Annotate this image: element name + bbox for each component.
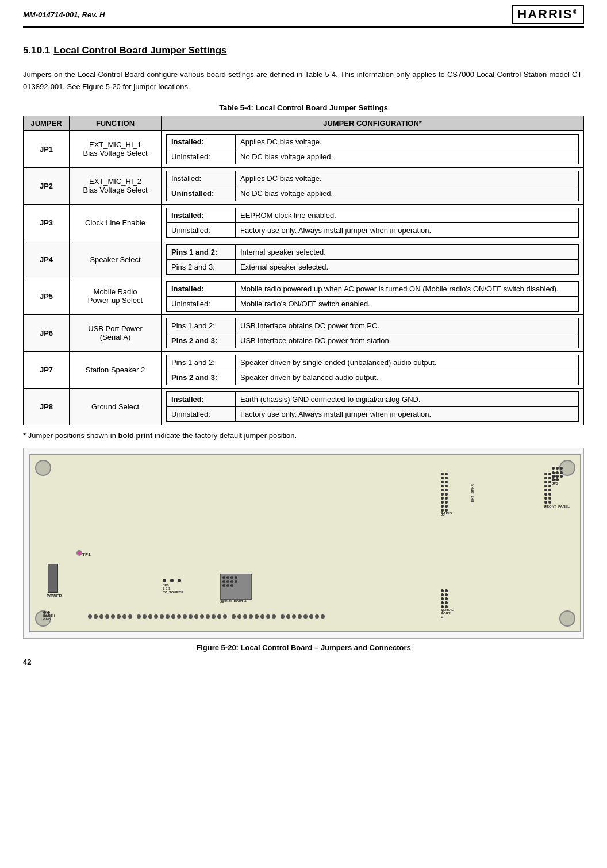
- table-row-config: Pins 1 and 2:Internal speaker selected.P…: [162, 241, 584, 278]
- table-row-function: Mobile Radio Power-up Select: [70, 278, 162, 314]
- config-label: Installed:: [171, 395, 204, 404]
- table-row-function: USB Port Power (Serial A): [70, 314, 162, 351]
- table-row-config: Installed:Earth (chassis) GND connected …: [162, 388, 584, 425]
- table-title: Table 5-4: Local Control Board Jumper Se…: [23, 103, 584, 112]
- page-number: 42: [23, 658, 584, 666]
- table-row-function: EXT_MIC_HI_1 Bias Voltage Select: [70, 130, 162, 167]
- config-label: Installed:: [171, 211, 204, 220]
- config-text: Factory use only. Always install jumper …: [236, 222, 579, 237]
- table-row-jumper: JP3: [24, 204, 70, 241]
- table-row-config: Installed:Applies DC bias voltage.Uninst…: [162, 167, 584, 204]
- config-label: Pins 2 and 3:: [171, 263, 215, 271]
- power-area: POWER: [48, 564, 63, 597]
- config-text: USB interface obtains DC power from PC.: [236, 318, 579, 333]
- config-label: Uninstalled:: [171, 226, 210, 235]
- table-row-function: Speaker Select: [70, 241, 162, 278]
- col-header-jumper: JUMPER: [24, 116, 70, 130]
- config-text: Internal speaker selected.: [236, 244, 579, 259]
- section-heading: 5.10.1 Local Control Board Jumper Settin…: [23, 39, 584, 63]
- intro-paragraph: Jumpers on the Local Control Board confi…: [23, 69, 584, 93]
- config-label: Pins 2 and 3:: [171, 373, 217, 382]
- table-row-function: Station Speaker 2: [70, 351, 162, 388]
- j2-area: J2 SERIAL PORT A: [220, 574, 252, 600]
- front-panel-area: J8 FRONT_PANEL: [544, 473, 551, 505]
- mount-hole-tl: [35, 460, 51, 476]
- figure-container: POWER JP8 EARTH GND TP1: [23, 448, 584, 639]
- config-label: Uninstalled:: [171, 189, 214, 198]
- table-row-jumper: JP6: [24, 314, 70, 351]
- tp1: [76, 550, 82, 556]
- config-label: Installed:: [171, 137, 204, 146]
- config-text: Mobile radio powered up when AC power is…: [236, 281, 579, 296]
- table-row-function: Clock Line Enable: [70, 204, 162, 241]
- config-text: Factory use only. Always install jumper …: [236, 406, 579, 421]
- config-text: Applies DC bias voltage.: [236, 171, 579, 186]
- pcb-board: POWER JP8 EARTH GND TP1: [29, 454, 581, 632]
- table-row-jumper: JP1: [24, 130, 70, 167]
- config-text: Speaker driven by balanced audio output.: [236, 370, 579, 385]
- page: MM-014714-001, Rev. H HARRIS® 5.10.1 Loc…: [0, 0, 607, 689]
- config-label: Pins 1 and 2:: [171, 248, 217, 256]
- table-row-config: Pins 1 and 2:USB interface obtains DC po…: [162, 314, 584, 351]
- table-footnote: * Jumper positions shown in bold print i…: [23, 431, 584, 440]
- j3-area: J3 RADIO: [441, 473, 448, 512]
- j1-area: J1 SERIAL PORT B: [441, 589, 448, 608]
- mount-hole-br: [559, 610, 575, 627]
- config-label: Uninstalled:: [171, 152, 210, 161]
- config-label: Uninstalled:: [171, 410, 210, 418]
- table-row-jumper: JP5: [24, 278, 70, 314]
- table-row-function: Ground Select: [70, 388, 162, 425]
- tp1-label: TP1: [82, 552, 91, 557]
- figure-caption: Figure 5-20: Local Control Board – Jumpe…: [23, 643, 584, 652]
- config-text: Earth (chassis) GND connected to digital…: [236, 391, 579, 406]
- config-label: Pins 1 and 2:: [171, 358, 215, 367]
- table-row-function: EXT_MIC_HI_2 Bias Voltage Select: [70, 167, 162, 204]
- table-row-jumper: JP7: [24, 351, 70, 388]
- table-row-jumper: JP8: [24, 388, 70, 425]
- config-text: No DC bias voltage applied.: [236, 186, 579, 201]
- table-row-config: Installed:Mobile radio powered up when A…: [162, 278, 584, 314]
- config-label: Installed:: [171, 285, 204, 293]
- jp6-area: JP6 3 2 1 5V_SOURCE: [163, 579, 183, 594]
- config-text: External speaker selected.: [236, 259, 579, 274]
- table-row-config: Pins 1 and 2:Speaker driven by single-en…: [162, 351, 584, 388]
- config-text: Mobile radio's ON/OFF switch enabled.: [236, 296, 579, 311]
- config-text: EEPROM clock line enabled.: [236, 208, 579, 222]
- right-jumpers: JP1 JP2 JP7: [552, 467, 563, 482]
- config-text: No DC bias voltage applied.: [236, 149, 579, 164]
- document-title: MM-014714-001, Rev. H: [23, 10, 105, 19]
- harris-logo: HARRIS®: [512, 5, 584, 24]
- config-label: Uninstalled:: [171, 299, 210, 308]
- config-label: Pins 1 and 2:: [171, 321, 215, 330]
- config-text: Speaker driven by single-ended (unbalanc…: [236, 355, 579, 370]
- table-row-jumper: JP4: [24, 241, 70, 278]
- section-title: Local Control Board Jumper Settings: [53, 45, 226, 56]
- config-text: USB interface obtains DC power from stat…: [236, 333, 579, 348]
- section-number: 5.10.1: [23, 45, 50, 56]
- jp8-area: JP8 EARTH GND: [43, 611, 50, 614]
- table-row-jumper: JP2: [24, 167, 70, 204]
- bottom-dots: [88, 614, 545, 619]
- col-header-config: JUMPER CONFIGURATION*: [162, 116, 584, 130]
- jumper-settings-table: JUMPER FUNCTION JUMPER CONFIGURATION* JP…: [23, 116, 584, 425]
- table-row-config: Installed:Applies DC bias voltage.Uninst…: [162, 130, 584, 167]
- table-row-config: Installed:EEPROM clock line enabled.Unin…: [162, 204, 584, 241]
- page-header: MM-014714-001, Rev. H HARRIS®: [23, 0, 584, 28]
- config-label: Installed:: [171, 174, 201, 183]
- config-text: Applies DC bias voltage.: [236, 134, 579, 149]
- config-label: Pins 2 and 3:: [171, 336, 217, 345]
- col-header-function: FUNCTION: [70, 116, 162, 130]
